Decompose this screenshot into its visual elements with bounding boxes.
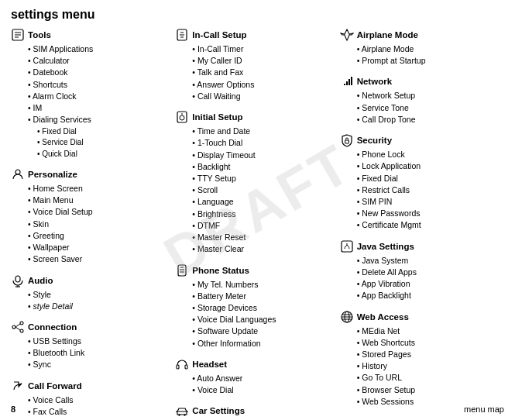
section-header-web-access: Web Access (340, 310, 500, 324)
list-item: Skin (28, 219, 170, 230)
section-header-audio: Audio (11, 274, 170, 287)
list-item: Lock Application (357, 160, 500, 172)
list-item-label: Style (33, 290, 51, 299)
list-item: Talk and Fax (192, 67, 335, 78)
list-item: Voice Dial Languages (192, 314, 335, 325)
section-connection: ConnectionUSB SettingsBluetooth LinkSync (11, 320, 170, 371)
section-initial-setup: Initial SetupTime and Date1-Touch DialDi… (175, 110, 335, 255)
list-item: Phone Lock (357, 149, 500, 160)
section-audio: AudioStylestyle Detail (11, 274, 170, 312)
list-item-label: Service Tone (362, 103, 409, 112)
section-header-car-settings: Car Settings (175, 404, 335, 418)
svg-point-27 (184, 415, 186, 416)
section-title-call-forward: Call Forward (28, 381, 82, 391)
section-header-connection: Connection (11, 320, 170, 334)
svg-rect-5 (15, 276, 20, 282)
network-icon (340, 74, 354, 88)
list-item: Voice Dial (192, 384, 335, 396)
list-item: My Tel. Numbers (192, 279, 335, 291)
car-settings-icon (175, 404, 189, 418)
footer-page: 8 (11, 405, 15, 414)
list-item-label: Service Dial (42, 138, 83, 146)
list-item: IM (28, 102, 170, 114)
svg-point-8 (12, 325, 15, 329)
list-item-label: Call Waiting (197, 91, 241, 101)
svg-point-10 (20, 329, 23, 332)
list-item: Airplane Mode (357, 43, 500, 55)
list-item-label: New Passwords (362, 208, 420, 218)
list-item-label: Talk and Fax (197, 67, 244, 77)
list-item: Fixed Dial (357, 173, 500, 184)
section-title-java-settings: Java Settings (357, 242, 414, 251)
list-item: Shortcuts (28, 79, 170, 91)
list-item-label: Master Clear (197, 244, 244, 253)
list-item-label: Display Timeout (197, 150, 256, 160)
svg-point-9 (20, 322, 23, 325)
list-item-label: Java System (362, 256, 408, 265)
airplane-icon (340, 28, 354, 42)
list-item: History (357, 360, 500, 372)
section-title-personalize: Personalize (28, 170, 77, 179)
svg-rect-34 (345, 140, 348, 143)
list-item: TTY Setup (192, 173, 335, 184)
list-item-label: Quick Dial (42, 150, 77, 158)
java-icon (340, 239, 354, 253)
section-header-personalize: Personalize (11, 167, 170, 181)
list-item-label: Datebook (33, 67, 68, 77)
list-item-label: Airplane Mode (362, 44, 414, 53)
section-title-network: Network (357, 77, 392, 86)
list-item: Other Information (192, 338, 335, 349)
list-item-label: Skin (33, 219, 49, 229)
initial-setup-icon (175, 110, 189, 124)
list-item: Display Timeout (192, 150, 335, 161)
list-item-label: Language (197, 197, 234, 206)
section-title-airplane-mode: Airplane Mode (357, 30, 418, 40)
list-item-label: Software Update (197, 326, 258, 336)
section-title-web-access: Web Access (357, 312, 409, 322)
list-item-label: Voice Dial Languages (197, 315, 276, 324)
section-java-settings: Java SettingsJava SystemDelete All AppsA… (340, 239, 500, 302)
list-item: SIM PIN (357, 196, 500, 208)
list-item: USB Settings (28, 336, 170, 347)
tools-icon (11, 28, 25, 42)
list-item: Java System (357, 255, 500, 267)
list-item: DTMF (192, 220, 335, 232)
list-item-label: My Caller ID (197, 56, 242, 65)
list-item: Greeting (28, 230, 170, 242)
section-headset: HeadsetAuto AnswerVoice Dial (175, 357, 335, 396)
page-title: settings menu (11, 8, 504, 22)
list-item-label: Voice Calls (33, 395, 74, 405)
section-header-phone-status: Phone Status (175, 263, 335, 277)
section-title-initial-setup: Initial Setup (192, 112, 242, 122)
list-item-label: Sync (33, 360, 51, 369)
list-item: SIM Applications (28, 43, 170, 55)
section-header-airplane-mode: Airplane Mode (340, 28, 500, 42)
list-item-label: TTY Setup (197, 174, 236, 183)
list-item: Alarm Clock (28, 91, 170, 102)
connection-icon (11, 320, 25, 334)
svg-rect-25 (185, 365, 187, 369)
section-title-connection: Connection (28, 322, 77, 332)
section-car-settings: Car SettingsAuto AnswerAuto HandsfreePow… (175, 404, 335, 420)
list-item: Calculator (28, 55, 170, 67)
list-item: Main Menu (28, 195, 170, 206)
list-item: Scroll (192, 184, 335, 196)
list-item-label: Greeting (33, 231, 64, 240)
list-item: Language (192, 196, 335, 208)
list-item-label: Other Information (197, 339, 261, 348)
list-item: My Caller ID (192, 55, 335, 67)
list-item-label: Go To URL (362, 373, 402, 382)
list-item: Answer Options (192, 79, 335, 91)
list-item-label: IM (33, 103, 43, 112)
list-item-label: Wallpaper (33, 243, 70, 252)
list-item-label: 1-Touch Dial (197, 138, 242, 147)
list-item-label: Voice Dial (197, 385, 234, 394)
section-network: NetworkNetwork SetupService ToneCall Dro… (340, 74, 500, 126)
svg-point-4 (15, 170, 20, 174)
list-item: Web Shortcuts (357, 337, 500, 349)
list-item-label: Fixed Dial (362, 174, 398, 183)
section-header-java-settings: Java Settings (340, 239, 500, 253)
list-item: Network Setup (357, 90, 500, 102)
list-item-label: My Tel. Numbers (197, 280, 259, 289)
headset-icon (175, 357, 189, 371)
